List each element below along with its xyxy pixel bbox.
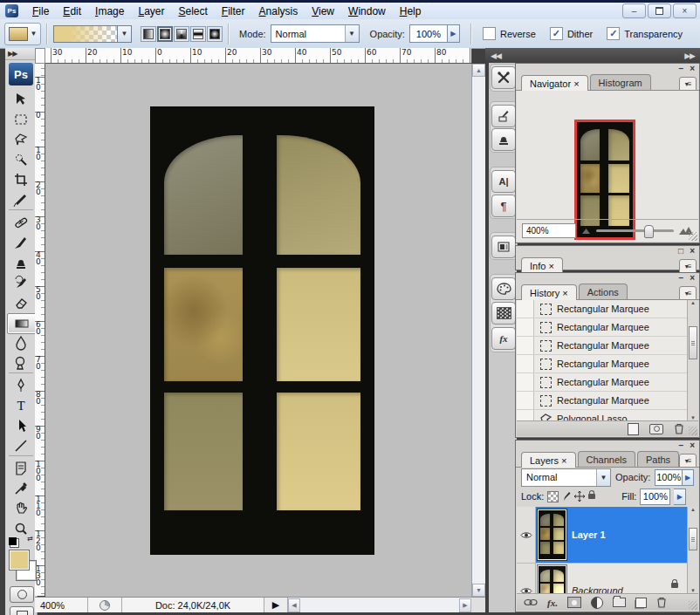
layers-opacity-input[interactable]: 100% <box>655 469 683 486</box>
radial-gradient-button[interactable] <box>157 26 173 42</box>
menu-item[interactable]: Edit <box>56 4 88 18</box>
reverse-checkbox[interactable]: Reverse <box>483 27 536 40</box>
history-state-row[interactable]: Rectangular Marquee <box>517 373 687 392</box>
tab-channels[interactable]: Channels <box>578 451 635 467</box>
tab-actions[interactable]: Actions <box>579 284 628 299</box>
paragraph-panel-button[interactable]: ¶ <box>491 195 516 217</box>
layer-style-button[interactable]: fx. <box>547 598 558 608</box>
history-brush-tool[interactable] <box>7 273 35 292</box>
tab-info[interactable]: Info × <box>521 257 563 273</box>
clone-stamp-tool[interactable] <box>7 253 35 272</box>
add-layer-mask-button[interactable] <box>567 597 581 608</box>
navigator-zoom-input[interactable]: 400% <box>522 223 576 238</box>
tab-paths[interactable]: Paths <box>637 451 679 467</box>
document-canvas[interactable] <box>45 64 471 597</box>
delete-state-button[interactable] <box>674 423 684 434</box>
history-state-row[interactable]: Rectangular Marquee <box>517 392 687 410</box>
layer-comps-panel-button[interactable] <box>491 236 516 258</box>
restore-button[interactable] <box>648 3 671 18</box>
hand-tool[interactable] <box>7 499 35 518</box>
toolbox-collapse-header[interactable]: ▶▶ <box>5 48 37 60</box>
panel-close-icon[interactable]: × <box>690 65 695 73</box>
rectangular-marquee-tool[interactable] <box>7 110 35 129</box>
linear-gradient-button[interactable] <box>141 26 156 42</box>
ruler-corner[interactable] <box>35 48 45 64</box>
foreground-color-swatch[interactable] <box>9 550 30 571</box>
vertical-ruler[interactable]: 100102030405060708090100110120130140 <box>35 64 45 596</box>
layer-row-background[interactable]: Background <box>517 564 687 593</box>
panel-resize-grip[interactable] <box>689 232 697 241</box>
history-scrollbar[interactable]: ▲ ▼ <box>687 300 698 420</box>
panel-menu-icon[interactable]: ▾≡ <box>679 286 697 300</box>
fill-input[interactable]: 100% <box>640 489 670 505</box>
character-panel-button[interactable]: A| <box>491 170 516 193</box>
type-tool[interactable]: T <box>7 396 35 415</box>
panel-minimize-icon[interactable]: – <box>679 274 684 283</box>
panel-close-icon[interactable]: × <box>690 274 695 283</box>
new-group-button[interactable] <box>613 598 626 607</box>
default-swap-colors[interactable]: ⇄ <box>9 536 33 547</box>
dock-collapse-left[interactable]: ◀◀ <box>491 51 501 60</box>
path-selection-tool[interactable] <box>7 416 35 435</box>
dock-collapse-right[interactable]: ▶▶ <box>684 51 695 60</box>
gradient-editor-well[interactable]: ▼ <box>53 25 132 43</box>
crop-tool[interactable] <box>7 170 35 189</box>
scrollbar-thumb[interactable] <box>689 326 697 359</box>
history-state-row[interactable]: Polygonal Lasso <box>517 410 687 420</box>
panel-minimize-icon[interactable]: – <box>679 65 684 73</box>
adjustment-layer-button[interactable] <box>591 597 603 609</box>
background-layer-name[interactable]: Background <box>572 585 623 593</box>
photoshop-app-icon[interactable]: Ps <box>5 4 18 17</box>
panel-restore-icon[interactable]: □ <box>678 247 683 256</box>
zoom-level-field[interactable]: 400% <box>35 598 88 612</box>
brush-tool[interactable] <box>7 233 35 252</box>
menu-item[interactable]: Analysis <box>252 4 305 18</box>
panel-close-icon[interactable]: × <box>690 441 695 450</box>
tool-preset-picker[interactable]: ▼ <box>4 23 41 45</box>
history-source-checkbox[interactable] <box>517 318 534 336</box>
history-state-row[interactable]: Rectangular Marquee <box>517 300 687 318</box>
quick-selection-tool[interactable] <box>7 150 35 169</box>
minimize-button[interactable]: – <box>622 3 646 18</box>
history-source-checkbox[interactable] <box>517 410 534 420</box>
angle-gradient-button[interactable] <box>174 26 189 42</box>
status-icon-field[interactable] <box>88 598 122 612</box>
notes-tool[interactable] <box>7 459 35 478</box>
history-state-row[interactable]: Rectangular Marquee <box>517 318 687 337</box>
horizontal-ruler[interactable]: 3020100102030405060708090 <box>45 48 471 64</box>
history-state-row[interactable]: Rectangular Marquee <box>517 355 687 373</box>
eraser-tool[interactable] <box>7 293 35 312</box>
lock-position-icon[interactable] <box>574 491 585 502</box>
lock-transparency-icon[interactable] <box>547 491 559 502</box>
tab-layers[interactable]: Layers × <box>521 452 576 468</box>
layers-scrollbar[interactable]: ▲ ▼ <box>687 507 698 593</box>
menu-item[interactable]: View <box>305 4 341 18</box>
dither-checkbox[interactable]: Dither <box>550 27 593 40</box>
fill-slider-button[interactable]: ▶ <box>674 489 686 505</box>
blur-tool[interactable] <box>7 333 35 352</box>
layer-row-layer1[interactable]: Layer 1 <box>517 507 687 564</box>
menu-item[interactable]: Layer <box>131 4 171 18</box>
new-document-from-state-button[interactable] <box>628 423 639 435</box>
scroll-up-arrow[interactable]: ▲ <box>688 507 698 512</box>
close-button[interactable]: × <box>673 3 697 18</box>
panel-resize-grip[interactable] <box>689 427 697 435</box>
layer-visibility-toggle[interactable] <box>517 507 536 563</box>
menu-item[interactable]: Image <box>88 4 131 18</box>
scroll-up-arrow[interactable]: ▲ <box>688 300 698 305</box>
quick-mask-button[interactable] <box>10 586 34 603</box>
scroll-left-arrow[interactable]: ◀ <box>288 598 300 612</box>
menu-item[interactable]: File <box>25 4 56 18</box>
color-panel-button[interactable] <box>491 277 516 300</box>
tab-navigator[interactable]: Navigator × <box>521 75 588 91</box>
history-source-checkbox[interactable] <box>517 337 534 354</box>
new-snapshot-button[interactable] <box>649 424 663 434</box>
scroll-right-arrow[interactable]: ▶ <box>459 598 471 612</box>
panel-resize-grip[interactable] <box>689 601 697 610</box>
history-state-row[interactable]: Rectangular Marquee <box>517 337 687 355</box>
history-source-checkbox[interactable] <box>517 392 534 409</box>
panel-menu-icon[interactable]: ▾≡ <box>679 259 697 273</box>
menu-item[interactable]: Help <box>393 4 429 18</box>
status-menu-arrow[interactable]: ▶ <box>264 598 288 612</box>
scroll-down-arrow[interactable]: ▼ <box>472 584 485 597</box>
